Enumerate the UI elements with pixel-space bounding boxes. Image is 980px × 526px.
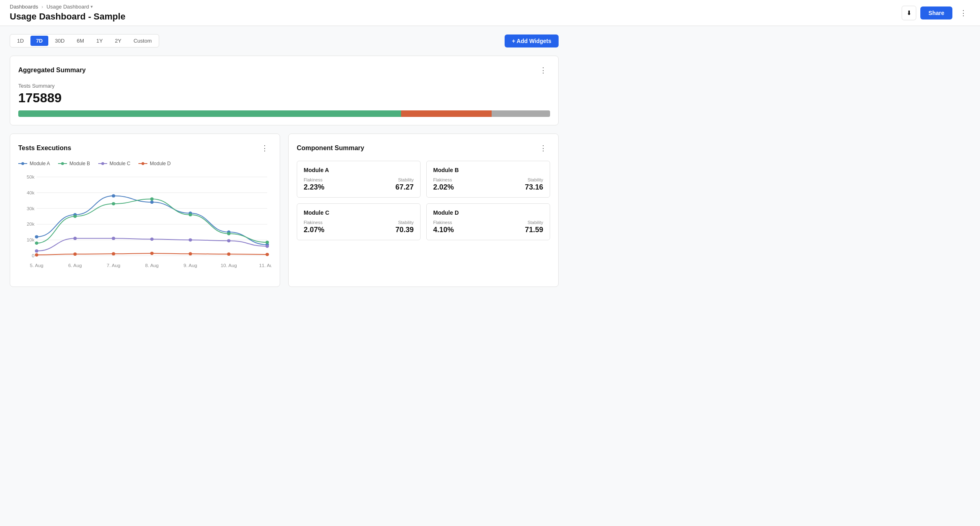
- tests-executions-more-button[interactable]: ⋮: [258, 142, 272, 154]
- component-name: Module B: [433, 167, 543, 173]
- page-title-area: Usage Dashboard - Sample: [10, 11, 125, 22]
- svg-point-44: [150, 237, 154, 241]
- stability-metric: Stability 67.27: [395, 177, 414, 192]
- stability-metric: Stability 73.16: [525, 177, 543, 192]
- svg-point-27: [35, 235, 39, 238]
- content-area: 1D7D30D6M1Y2YCustom + Add Widgets Aggreg…: [0, 26, 568, 303]
- download-icon: ⬇: [907, 9, 912, 17]
- header-left: Dashboards › Usage Dashboard ▾ Usage Das…: [10, 4, 125, 22]
- chart-area: 010k20k30k40k50k5. Aug6. Aug7. Aug8. Aug…: [18, 173, 272, 278]
- flakiness-metric: Flakiness 2.23%: [304, 177, 324, 192]
- aggregated-summary-body: Tests Summary 175889: [18, 83, 550, 117]
- time-filter-bar: 1D7D30D6M1Y2YCustom + Add Widgets: [10, 34, 559, 47]
- chart-legend: Module A Module B Module C Module D: [18, 161, 272, 166]
- svg-point-35: [73, 215, 77, 218]
- svg-text:7. Aug: 7. Aug: [107, 263, 121, 268]
- time-tab-6m[interactable]: 6M: [71, 36, 90, 46]
- aggregated-summary-title: Aggregated Summary: [18, 67, 86, 74]
- component-metrics: Flakiness 2.02% Stability 73.16: [433, 177, 543, 192]
- svg-text:30k: 30k: [27, 206, 35, 211]
- svg-point-48: [35, 253, 39, 257]
- svg-point-29: [112, 194, 115, 198]
- svg-text:20k: 20k: [27, 222, 35, 227]
- svg-point-3: [61, 162, 64, 165]
- time-filter-tabs: 1D7D30D6M1Y2YCustom: [10, 34, 159, 47]
- stability-metric: Stability 71.59: [525, 220, 543, 234]
- svg-text:40k: 40k: [27, 190, 35, 195]
- header: Dashboards › Usage Dashboard ▾ Usage Das…: [0, 0, 980, 26]
- svg-point-42: [73, 237, 77, 240]
- tests-summary-label: Tests Summary: [18, 83, 550, 89]
- svg-point-50: [112, 252, 115, 255]
- time-tab-custom[interactable]: Custom: [128, 36, 158, 46]
- svg-point-30: [150, 200, 154, 204]
- svg-text:8. Aug: 8. Aug: [145, 263, 159, 268]
- progress-segment: [18, 110, 401, 117]
- tests-executions-header: Tests Executions ⋮: [18, 142, 272, 154]
- component-metrics: Flakiness 2.07% Stability 70.39: [304, 220, 414, 234]
- breadcrumb-root[interactable]: Dashboards: [10, 4, 38, 10]
- svg-point-46: [227, 239, 231, 242]
- more-options-button[interactable]: ⋮: [956, 7, 970, 19]
- progress-segment: [492, 110, 550, 117]
- component-grid: Module A Flakiness 2.23% Stability 67.27…: [297, 161, 550, 240]
- time-tab-7d[interactable]: 7D: [30, 36, 49, 46]
- svg-point-37: [150, 197, 154, 200]
- two-column-layout: Tests Executions ⋮ Module A Module B Mod…: [10, 134, 559, 295]
- add-widgets-button[interactable]: + Add Widgets: [505, 34, 559, 47]
- breadcrumb-current[interactable]: Usage Dashboard ▾: [46, 4, 93, 10]
- legend-item-module-d: Module D: [138, 161, 171, 166]
- svg-text:50k: 50k: [27, 175, 35, 179]
- share-button[interactable]: Share: [920, 6, 952, 19]
- svg-point-53: [227, 252, 231, 256]
- progress-bar: [18, 110, 550, 117]
- component-summary-title: Component Summary: [297, 144, 364, 152]
- component-card-module-a: Module A Flakiness 2.23% Stability 67.27: [297, 161, 421, 198]
- chevron-down-icon: ▾: [91, 4, 93, 9]
- legend-item-module-a: Module A: [18, 161, 50, 166]
- legend-item-module-c: Module C: [98, 161, 130, 166]
- tests-executions-card: Tests Executions ⋮ Module A Module B Mod…: [10, 134, 280, 287]
- svg-text:6. Aug: 6. Aug: [68, 263, 82, 268]
- breadcrumb: Dashboards › Usage Dashboard ▾: [10, 4, 125, 10]
- download-button[interactable]: ⬇: [902, 6, 916, 20]
- svg-point-52: [189, 252, 192, 255]
- svg-point-36: [112, 202, 115, 205]
- svg-point-7: [142, 162, 145, 165]
- svg-point-39: [227, 232, 231, 235]
- svg-point-5: [101, 162, 104, 165]
- flakiness-metric: Flakiness 4.10%: [433, 220, 454, 234]
- tests-summary-count: 175889: [18, 91, 550, 106]
- flakiness-metric: Flakiness 2.02%: [433, 177, 454, 192]
- svg-point-41: [35, 249, 39, 252]
- svg-point-34: [35, 241, 39, 245]
- svg-point-38: [189, 213, 192, 216]
- svg-point-1: [22, 162, 24, 165]
- time-tab-30d[interactable]: 30D: [49, 36, 70, 46]
- component-card-module-d: Module D Flakiness 4.10% Stability 71.59: [426, 203, 550, 240]
- component-metrics: Flakiness 4.10% Stability 71.59: [433, 220, 543, 234]
- time-tab-2y[interactable]: 2Y: [109, 36, 127, 46]
- tests-executions-title: Tests Executions: [18, 144, 71, 152]
- svg-text:10k: 10k: [27, 238, 35, 243]
- aggregated-summary-header: Aggregated Summary ⋮: [18, 64, 550, 76]
- time-tab-1y[interactable]: 1Y: [91, 36, 108, 46]
- svg-text:10. Aug: 10. Aug: [221, 263, 237, 268]
- component-card-module-b: Module B Flakiness 2.02% Stability 73.16: [426, 161, 550, 198]
- svg-text:11. Aug: 11. Aug: [259, 263, 272, 268]
- breadcrumb-current-label: Usage Dashboard: [46, 4, 89, 10]
- aggregated-summary-more-button[interactable]: ⋮: [536, 64, 550, 76]
- progress-segment: [401, 110, 492, 117]
- component-name: Module A: [304, 167, 414, 173]
- legend-item-module-b: Module B: [58, 161, 90, 166]
- component-summary-more-button[interactable]: ⋮: [536, 142, 550, 154]
- flakiness-metric: Flakiness 2.07%: [304, 220, 324, 234]
- svg-text:0: 0: [32, 253, 35, 258]
- component-name: Module D: [433, 209, 543, 216]
- svg-point-43: [112, 237, 115, 240]
- time-tab-1d[interactable]: 1D: [11, 36, 30, 46]
- page-title: Usage Dashboard - Sample: [10, 11, 125, 22]
- svg-point-40: [266, 241, 269, 244]
- component-summary-header: Component Summary ⋮: [297, 142, 550, 154]
- breadcrumb-separator: ›: [41, 4, 43, 10]
